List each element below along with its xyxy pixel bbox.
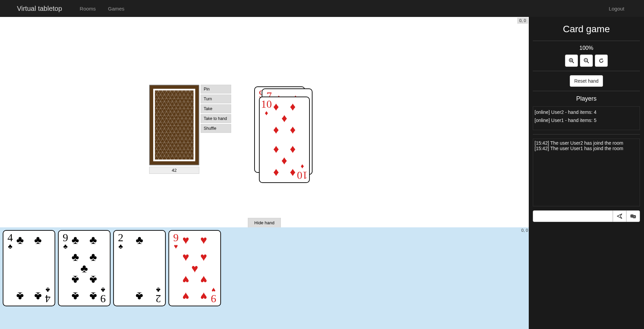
pip: ♣ bbox=[16, 234, 24, 246]
pip: ♦ bbox=[273, 101, 279, 112]
card-corner-bottom: 4♣ bbox=[42, 287, 53, 304]
card-corner-bottom: 10♦ bbox=[297, 163, 308, 181]
zoom-label: 100% bbox=[533, 45, 640, 51]
zoom-in-button[interactable] bbox=[565, 55, 578, 67]
playing-card[interactable]: 9♣ ♣♣♣♣♣♣♣♣♣ 9♣ bbox=[58, 230, 110, 306]
send-icon bbox=[617, 213, 622, 219]
dice-button[interactable] bbox=[626, 210, 640, 222]
pip: ♣ bbox=[136, 291, 143, 302]
play-coord-label: 0, 0 bbox=[517, 18, 528, 24]
pip: ♥ bbox=[182, 274, 189, 286]
nav-link-games[interactable]: Games bbox=[105, 6, 127, 12]
card-corner-bottom: 9♣ bbox=[98, 287, 108, 304]
playing-card[interactable]: 9♥ ♥♥♥♥♥♥♥♥♥ 9♥ bbox=[168, 230, 221, 306]
sidebar: Card game 100% Reset hand Players [onlin… bbox=[529, 17, 644, 329]
pip: ♣ bbox=[89, 291, 97, 302]
pip: ♥ bbox=[200, 251, 207, 263]
hand-area[interactable]: 0, 0 4♣ ♣♣♣♣ 4♣ 9♣ ♣♣♣♣♣♣♣♣♣ 9♣ 2♣ ♣♣ 2♣… bbox=[0, 227, 529, 329]
divider bbox=[533, 71, 640, 71]
pip: ♦ bbox=[290, 101, 296, 112]
player-row[interactable]: [online] User1 - hand items: 5 bbox=[535, 116, 638, 124]
log-line: [15:42] The user User1 has joind the roo… bbox=[535, 146, 638, 151]
pip: ♦ bbox=[281, 156, 287, 167]
playing-card[interactable]: 4♣ ♣♣♣♣ 4♣ bbox=[3, 230, 55, 306]
pip: ♣ bbox=[72, 234, 79, 246]
pip: ♣ bbox=[16, 291, 24, 302]
ctx-shuffle[interactable]: Shuffle bbox=[201, 124, 231, 133]
deck-card-back[interactable] bbox=[149, 85, 199, 165]
pip: ♣ bbox=[34, 234, 42, 246]
card-corner-top: 4♣ bbox=[5, 232, 16, 250]
pip: ♣ bbox=[72, 274, 79, 286]
pip: ♥ bbox=[200, 234, 207, 246]
context-menu: Pin Turn Take Take to hand Shuffle bbox=[201, 85, 231, 133]
zoom-reset-button[interactable] bbox=[595, 55, 608, 67]
log-area[interactable]: [15:42] The user User2 has joind the roo… bbox=[533, 139, 640, 206]
play-area[interactable]: 0, 0 42 Pin Turn Take Take to hand Shuff… bbox=[0, 17, 529, 227]
playing-card[interactable]: 2♣ ♣♣ 2♣ bbox=[113, 230, 166, 306]
svg-line-5 bbox=[587, 62, 589, 63]
pip: ♥ bbox=[200, 291, 207, 302]
pip: ♣ bbox=[89, 234, 97, 246]
players-list[interactable]: [online] User2 - hand items: 4[online] U… bbox=[533, 106, 640, 130]
svg-line-1 bbox=[572, 62, 574, 63]
players-heading: Players bbox=[533, 95, 640, 102]
reset-hand-button[interactable]: Reset hand bbox=[570, 75, 603, 87]
svg-point-8 bbox=[631, 215, 632, 216]
deck-count: 42 bbox=[149, 167, 199, 174]
divider bbox=[533, 91, 640, 91]
ctx-turn[interactable]: Turn bbox=[201, 95, 231, 103]
pip: ♣ bbox=[80, 263, 88, 274]
magnify-plus-icon bbox=[569, 58, 574, 63]
divider bbox=[533, 134, 640, 135]
pip: ♦ bbox=[290, 144, 296, 156]
pip: ♣ bbox=[136, 234, 143, 246]
pip: ♦ bbox=[290, 124, 296, 135]
pip: ♣ bbox=[72, 291, 79, 302]
pip: ♦ bbox=[290, 167, 296, 179]
pip: ♥ bbox=[200, 274, 207, 286]
pip: ♦ bbox=[273, 124, 279, 135]
pip: ♥ bbox=[191, 263, 198, 274]
navbar: Virtual tabletop Rooms Games Logout bbox=[0, 0, 644, 17]
card-corner-top: 9♥ bbox=[170, 232, 181, 250]
svg-point-15 bbox=[634, 217, 635, 217]
card-corner-top: 10♦ bbox=[261, 99, 272, 116]
pip: ♦ bbox=[273, 167, 279, 179]
pip: ♣ bbox=[34, 291, 42, 302]
pip: ♣ bbox=[89, 251, 97, 263]
hide-hand-button[interactable]: Hide hand bbox=[248, 218, 281, 227]
game-title: Card game bbox=[533, 24, 640, 35]
zoom-out-button[interactable] bbox=[580, 55, 593, 67]
player-row[interactable]: [online] User2 - hand items: 4 bbox=[535, 108, 638, 116]
svg-point-17 bbox=[635, 217, 636, 218]
svg-point-13 bbox=[633, 216, 634, 217]
magnify-minus-icon bbox=[584, 58, 589, 63]
ctx-take-to-hand[interactable]: Take to hand bbox=[201, 114, 231, 123]
logout-link[interactable]: Logout bbox=[606, 6, 627, 12]
card-corner-top: 9♣ bbox=[60, 232, 71, 250]
svg-point-16 bbox=[633, 217, 634, 218]
pip: ♥ bbox=[182, 234, 189, 246]
nav-link-rooms[interactable]: Rooms bbox=[77, 6, 99, 12]
pip: ♦ bbox=[273, 144, 279, 156]
card-corner-bottom: 2♣ bbox=[153, 287, 164, 304]
ctx-pin[interactable]: Pin bbox=[201, 85, 231, 94]
ctx-take[interactable]: Take bbox=[201, 104, 231, 113]
chat-input[interactable] bbox=[533, 210, 613, 222]
dice-icon bbox=[630, 213, 636, 219]
playing-card[interactable]: 10♦ ♦♦♦♦♦♦♦♦♦♦ 10♦ bbox=[259, 97, 310, 183]
brand: Virtual tabletop bbox=[17, 5, 70, 13]
divider bbox=[533, 41, 640, 41]
pip: ♥ bbox=[182, 291, 189, 302]
pip: ♣ bbox=[89, 274, 97, 286]
log-line: [15:42] The user User2 has joind the roo… bbox=[535, 140, 638, 146]
deck-stack[interactable]: 42 bbox=[149, 85, 199, 174]
svg-point-14 bbox=[635, 216, 636, 217]
pip: ♣ bbox=[72, 251, 79, 263]
card-corner-bottom: 9♥ bbox=[208, 287, 219, 304]
send-button[interactable] bbox=[613, 210, 626, 222]
pip: ♦ bbox=[281, 112, 287, 124]
card-corner-top: 2♣ bbox=[115, 232, 126, 250]
hand-coord-label: 0, 0 bbox=[521, 228, 528, 233]
